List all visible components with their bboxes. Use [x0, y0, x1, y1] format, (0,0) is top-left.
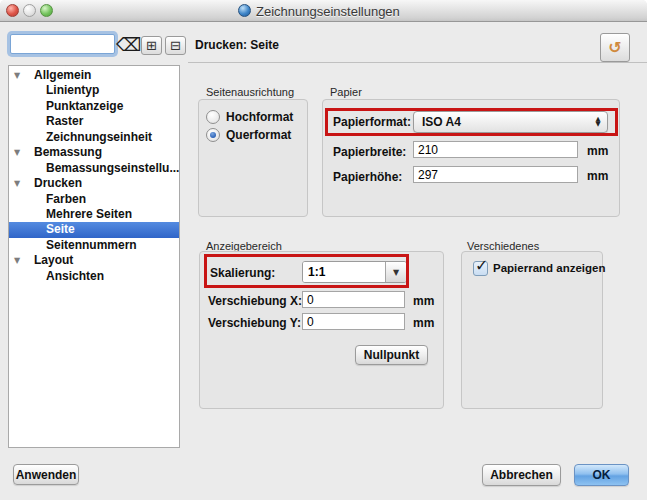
disclosure-triangle-icon[interactable]: ▼ [14, 145, 20, 160]
radio-landscape-icon[interactable] [206, 128, 220, 142]
annotation-highlight-paper-format [325, 108, 618, 136]
radio-portrait-icon[interactable] [206, 110, 220, 124]
checkbox-checked-icon[interactable]: ✓ [473, 261, 488, 276]
tree-item-mehrere-seiten[interactable]: Mehrere Seiten [9, 207, 179, 222]
offset-x-field[interactable] [302, 291, 405, 308]
expand-all-button[interactable]: ⊞ [141, 36, 162, 55]
paper-width-unit: mm [587, 144, 608, 158]
offset-y-unit: mm [413, 316, 434, 330]
close-button[interactable] [6, 4, 19, 17]
tree-item-zeichnungseinheit[interactable]: Zeichnungseinheit [9, 130, 179, 145]
radio-landscape-label: Querformat [226, 128, 291, 142]
revert-icon[interactable]: ↺ [600, 33, 630, 62]
orientation-group-title: Seitenausrichtung [206, 86, 294, 98]
tree-item-label: Zeichnungseinheit [46, 130, 152, 144]
app-icon [238, 4, 251, 17]
tree-item-label: Linientyp [46, 83, 99, 97]
radio-landscape[interactable]: Querformat [206, 128, 291, 142]
settings-tree: ▼ Allgemein Linientyp Punktanzeige Raste… [8, 65, 180, 448]
annotation-highlight-scale [204, 254, 409, 288]
tree-item-ansichten[interactable]: Ansichten [9, 269, 179, 284]
tree-item-linientyp[interactable]: Linientyp [9, 83, 179, 98]
tree-item-seitennummern[interactable]: Seitennummern [9, 238, 179, 253]
clear-search-icon[interactable]: ⌫ [116, 35, 137, 54]
tree-item-punktanzeige[interactable]: Punktanzeige [9, 99, 179, 114]
tree-item-raster[interactable]: Raster [9, 114, 179, 129]
tree-item-label: Layout [34, 253, 73, 267]
tree-item-label: Ansichten [46, 269, 104, 283]
tree-item-label: Seitennummern [46, 238, 137, 252]
radio-portrait[interactable]: Hochformat [206, 110, 293, 124]
paper-height-label: Papierhöhe: [333, 170, 402, 184]
paper-border-checkbox-label: Papierrand anzeigen [493, 261, 605, 276]
tree-item-bemassung[interactable]: ▼ Bemassung [9, 145, 179, 160]
offset-y-field[interactable] [302, 313, 405, 330]
paper-height-field[interactable] [413, 166, 578, 183]
tree-item-allgemein[interactable]: ▼ Allgemein [9, 68, 179, 83]
paper-height-unit: mm [587, 169, 608, 183]
offset-x-label: Verschiebung X: [208, 294, 302, 308]
tree-item-drucken[interactable]: ▼ Drucken [9, 176, 179, 191]
tree-item-bemassungseinstellu[interactable]: Bemassungseinstellu... [9, 161, 179, 176]
window-title: Zeichnungseinstellungen [256, 4, 400, 19]
disclosure-triangle-icon[interactable]: ▼ [14, 68, 20, 83]
settings-window: Zeichnungseinstellungen ⌫ ⊞ ⊟ Drucken: S… [0, 0, 647, 500]
tree-item-seite[interactable]: Seite [9, 222, 179, 237]
tree-item-farben[interactable]: Farben [9, 192, 179, 207]
title-bar: Zeichnungseinstellungen [0, 0, 647, 22]
zoom-button[interactable] [40, 4, 53, 17]
toolbar-separator [188, 62, 647, 63]
disclosure-triangle-icon[interactable]: ▼ [14, 253, 20, 268]
tree-item-label: Farben [46, 192, 86, 206]
paper-border-checkbox-row[interactable]: ✓ Papierrand anzeigen [473, 261, 605, 276]
tree-item-label: Mehrere Seiten [46, 207, 132, 221]
tree-item-label: Seite [46, 222, 75, 236]
tree-item-label: Drucken [34, 176, 82, 190]
collapse-all-button[interactable]: ⊟ [165, 36, 186, 55]
paper-width-label: Papierbreite: [333, 145, 406, 159]
tree-item-layout[interactable]: ▼ Layout [9, 253, 179, 268]
tree-item-label: Raster [46, 114, 83, 128]
filter-search-input[interactable] [10, 34, 115, 54]
page-title: Drucken: Seite [195, 38, 279, 52]
minimize-button[interactable] [23, 4, 36, 17]
origin-button[interactable]: Nullpunkt [355, 345, 428, 365]
apply-button[interactable]: Anwenden [13, 464, 79, 485]
tree-item-label: Bemassungseinstellu... [46, 161, 179, 175]
tree-item-label: Punktanzeige [46, 99, 123, 113]
disclosure-triangle-icon[interactable]: ▼ [14, 176, 20, 191]
offset-y-label: Verschiebung Y: [208, 316, 301, 330]
paper-width-field[interactable] [413, 141, 578, 158]
tree-item-label: Allgemein [34, 68, 91, 82]
radio-portrait-label: Hochformat [226, 110, 293, 124]
cancel-button[interactable]: Abbrechen [482, 464, 561, 486]
ok-button[interactable]: OK [574, 464, 629, 486]
paper-group-title: Papier [330, 86, 362, 98]
tree-item-label: Bemassung [34, 145, 102, 159]
offset-x-unit: mm [413, 294, 434, 308]
